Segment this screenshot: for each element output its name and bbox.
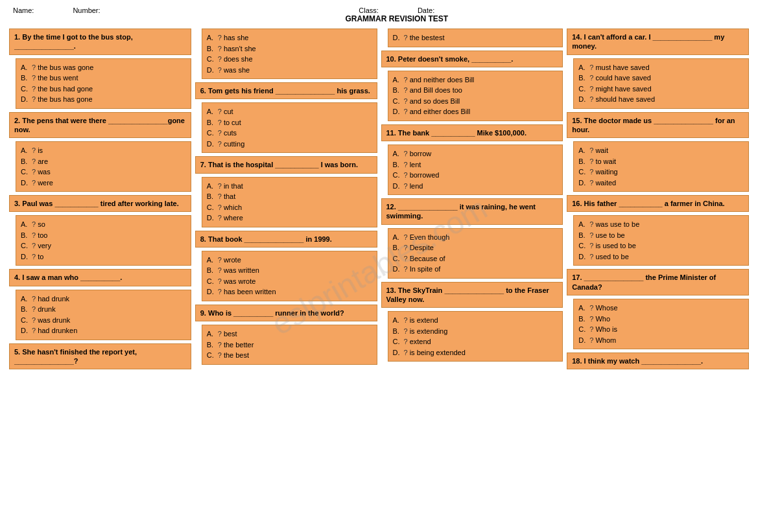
question-text: The doctor made us _______________ for a… — [572, 117, 735, 133]
option-letter: D. — [207, 286, 216, 297]
option-letter: D. — [21, 94, 30, 105]
option-text: to — [38, 251, 43, 262]
option-mark: ? — [218, 181, 222, 192]
option-letter: A. — [393, 232, 402, 243]
answer-option: C.?waiting — [578, 167, 744, 178]
option-mark: ? — [589, 314, 593, 325]
option-text: lend — [410, 181, 423, 192]
class-label: Class: — [359, 6, 379, 14]
option-text: the better — [224, 340, 254, 351]
option-mark: ? — [218, 128, 222, 139]
answer-box: A.?soB.?tooC.?veryD.?to — [16, 215, 191, 266]
question-text: The pens that were there _______________… — [14, 117, 185, 133]
option-letter: C. — [21, 167, 30, 178]
option-letter: B. — [578, 314, 587, 325]
option-letter: A. — [207, 255, 216, 266]
option-mark: ? — [218, 329, 222, 340]
question-number: 16. — [572, 200, 582, 207]
option-text: use to be — [595, 230, 624, 241]
option-text: was use to be — [595, 219, 639, 230]
main-content: 1. By the time I got to the bus stop, __… — [6, 29, 752, 369]
option-mark: ? — [589, 73, 593, 84]
option-mark: ? — [32, 178, 36, 189]
answer-option: C.?very — [21, 240, 186, 251]
option-text: wait — [595, 145, 608, 156]
answer-box: A.?and neither does BillB.?and Bill does… — [388, 71, 563, 121]
option-text: best — [224, 329, 237, 340]
answer-option: D.?the bus has gone — [21, 94, 186, 105]
answer-option: A.?wrote — [207, 255, 372, 266]
question-box-2.: 2. The pens that were there ____________… — [9, 112, 191, 139]
option-text: are — [38, 156, 48, 167]
option-text: to cut — [224, 117, 241, 128]
option-mark: ? — [589, 167, 593, 178]
answer-box: A.?borrowB.?lentC.?borrowedD.?lend — [388, 145, 563, 195]
answer-option: C.?the best — [207, 350, 372, 361]
option-letter: C. — [207, 128, 216, 139]
option-letter: C. — [207, 54, 216, 65]
question-box-15.: 15. The doctor made us _______________ f… — [567, 112, 749, 139]
answer-option: D.?is being extended — [393, 347, 558, 358]
option-text: the bus has gone — [38, 94, 92, 105]
answer-option: B.?Despite — [393, 242, 558, 253]
option-mark: ? — [218, 340, 222, 351]
answer-option: C.?is used to be — [578, 240, 744, 251]
answer-box: A.?has sheB.?hasn't sheC.?does sheD.?was… — [202, 29, 377, 79]
question-box-5.: 5. She hasn't finished the report yet, _… — [9, 343, 191, 370]
option-mark: ? — [589, 303, 593, 314]
option-text: wrote — [224, 255, 241, 266]
option-mark: ? — [218, 286, 222, 297]
option-mark: ? — [32, 156, 36, 167]
answer-option: A.?Whose — [578, 303, 744, 314]
option-text: so — [38, 219, 45, 230]
answer-option: B.?the bus went — [21, 73, 186, 84]
answer-option: D.?cutting — [207, 139, 372, 150]
option-text: could have saved — [595, 73, 651, 84]
answer-option: B.?lent — [393, 159, 558, 170]
question-box-16.: 16. His father ___________ a farmer in C… — [567, 195, 749, 212]
option-mark: ? — [589, 178, 593, 189]
option-letter: C. — [393, 336, 402, 347]
option-text: was wrote — [224, 276, 256, 287]
question-number: 15. — [572, 117, 582, 124]
option-letter: D. — [393, 106, 402, 117]
answer-option: C.?does she — [207, 54, 372, 65]
answer-option: C.?and so does Bill — [393, 96, 558, 107]
answer-box: A.?WhoseB.?WhoC.?Who isD.?Whom — [573, 299, 749, 349]
option-letter: B. — [207, 191, 216, 202]
option-mark: ? — [404, 336, 408, 347]
answer-option: D.?should have saved — [578, 94, 744, 105]
question-number: 6. — [200, 87, 206, 95]
question-box-18.: 18. I think my watch _______________. — [567, 353, 749, 369]
option-mark: ? — [218, 213, 222, 224]
answer-option: C.?extend — [393, 336, 558, 347]
question-number: 3. — [14, 200, 20, 207]
option-text: the best — [224, 350, 249, 361]
option-mark: ? — [589, 145, 593, 156]
option-mark: ? — [218, 255, 222, 266]
option-mark: ? — [218, 139, 222, 150]
option-mark: ? — [404, 170, 408, 181]
option-text: extend — [410, 336, 431, 347]
column-4: 14. I can't afford a car. I ____________… — [567, 29, 749, 369]
option-letter: A. — [393, 75, 402, 86]
answer-option: A.?had drunk — [21, 294, 186, 305]
option-letter: A. — [393, 315, 402, 326]
option-letter: A. — [207, 181, 216, 192]
option-text: cuts — [224, 128, 237, 139]
question-number: 4. — [14, 273, 20, 281]
option-text: and neither does Bill — [410, 75, 475, 86]
option-letter: D. — [21, 325, 30, 336]
question-text: Peter doesn't smoke, __________. — [398, 55, 514, 63]
option-text: the bestest — [410, 32, 445, 43]
option-text: Whose — [595, 303, 617, 314]
option-text: used to be — [595, 251, 628, 262]
question-text: Tom gets his friend _______________ his … — [208, 87, 370, 95]
option-letter: A. — [207, 106, 216, 117]
option-text: in that — [224, 181, 243, 192]
question-number: 5. — [14, 348, 20, 356]
option-letter: C. — [21, 315, 30, 326]
question-box-14.: 14. I can't afford a car. I ____________… — [567, 29, 749, 55]
answer-option: A.?is — [21, 145, 186, 156]
option-letter: C. — [393, 170, 402, 181]
